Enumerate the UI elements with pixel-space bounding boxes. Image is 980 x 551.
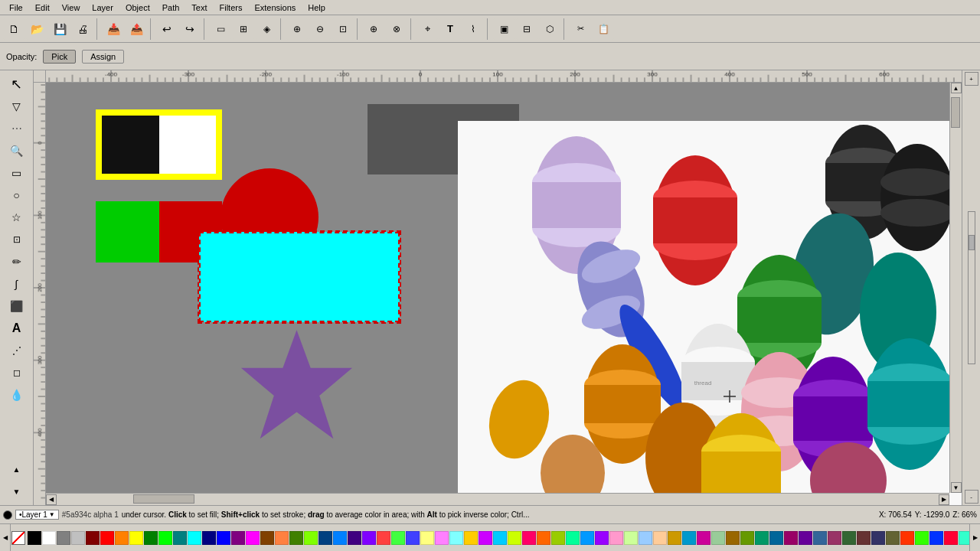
- print-button[interactable]: 🖨: [72, 18, 93, 40]
- palette-color-47[interactable]: [711, 531, 725, 545]
- group-button[interactable]: ▣: [493, 18, 514, 40]
- thread-spools-photo[interactable]: thread: [458, 121, 962, 505]
- right-panel-btn-2[interactable]: -: [965, 490, 978, 504]
- vscroll-up[interactable]: ▲: [951, 83, 962, 93]
- redo-button[interactable]: ↪: [179, 18, 201, 40]
- palette-color-53[interactable]: [799, 531, 812, 545]
- selector-tool[interactable]: ↖: [3, 73, 31, 95]
- menu-filters[interactable]: Filters: [214, 3, 249, 12]
- menu-layer[interactable]: Layer: [86, 3, 119, 12]
- palette-color-45[interactable]: [682, 531, 696, 545]
- hscroll-thumb[interactable]: [133, 494, 194, 504]
- palette-scroll-left[interactable]: ◀: [0, 524, 11, 552]
- palette-color-26[interactable]: [406, 531, 420, 545]
- xml-editor-button[interactable]: ✂: [570, 18, 591, 40]
- menu-path[interactable]: Path: [156, 3, 186, 12]
- palette-color-21[interactable]: [333, 531, 347, 545]
- right-scrollbar[interactable]: [968, 211, 975, 364]
- layer-selector[interactable]: •Layer 1 ▼: [15, 510, 59, 520]
- left-toolbar-scroll-down[interactable]: ▼: [3, 481, 31, 502]
- zoom-fit-button[interactable]: ⊡: [332, 18, 354, 40]
- palette-scroll-right[interactable]: ▶: [969, 524, 980, 552]
- palette-color-41[interactable]: [624, 531, 638, 545]
- vscroll-down[interactable]: ▼: [951, 482, 962, 493]
- palette-color-55[interactable]: [828, 531, 841, 545]
- horizontal-scrollbar[interactable]: ◀ ▶: [46, 493, 949, 505]
- right-panel-btn-1[interactable]: +: [965, 72, 978, 86]
- paste-size-button[interactable]: 📋: [593, 18, 614, 40]
- palette-color-7[interactable]: [129, 531, 143, 545]
- palette-color-50[interactable]: [755, 531, 769, 545]
- hscroll-right[interactable]: ▶: [939, 494, 949, 505]
- palette-color-31[interactable]: [479, 531, 492, 545]
- text-tool[interactable]: A: [3, 318, 31, 339]
- menu-text[interactable]: Text: [185, 3, 213, 12]
- palette-color-37[interactable]: [566, 531, 580, 545]
- star-tool[interactable]: ☆: [3, 207, 31, 228]
- 3dbox-tool[interactable]: ⊡: [3, 229, 31, 250]
- palette-color-5[interactable]: [100, 531, 114, 545]
- palette-color-63[interactable]: [944, 531, 958, 545]
- palette-color-36[interactable]: [551, 531, 565, 545]
- palette-color-46[interactable]: [697, 531, 710, 545]
- bezier-tool[interactable]: ∫: [3, 273, 31, 295]
- eyedropper-tool[interactable]: 💧: [3, 384, 31, 406]
- palette-color-30[interactable]: [464, 531, 478, 545]
- vscroll-thumb[interactable]: [951, 97, 960, 128]
- palette-color-54[interactable]: [813, 531, 827, 545]
- menu-help[interactable]: Help: [302, 3, 332, 12]
- palette-color-10[interactable]: [173, 531, 187, 545]
- palette-color-6[interactable]: [115, 531, 129, 545]
- open-button[interactable]: 📂: [26, 18, 47, 40]
- palette-color-39[interactable]: [595, 531, 609, 545]
- symbols-button[interactable]: ⊟: [516, 18, 537, 40]
- palette-color-0[interactable]: [28, 531, 41, 545]
- ellipse-tool[interactable]: ○: [3, 184, 31, 206]
- palette-color-22[interactable]: [348, 531, 361, 545]
- palette-color-27[interactable]: [420, 531, 434, 545]
- spray-tool[interactable]: ⋰: [3, 340, 31, 361]
- zoom-in-button[interactable]: ⊕: [286, 18, 308, 40]
- snap-nodes-button[interactable]: ⊗: [386, 18, 407, 40]
- palette-color-20[interactable]: [318, 531, 332, 545]
- palette-color-8[interactable]: [144, 531, 158, 545]
- palette-color-57[interactable]: [857, 531, 871, 545]
- palette-color-9[interactable]: [158, 531, 172, 545]
- palette-color-61[interactable]: [915, 531, 929, 545]
- palette-color-14[interactable]: [231, 531, 245, 545]
- palette-color-13[interactable]: [217, 531, 230, 545]
- palette-color-44[interactable]: [668, 531, 681, 545]
- select-rect-button[interactable]: ▭: [210, 18, 231, 40]
- palette-color-60[interactable]: [900, 531, 914, 545]
- fill-bucket-tool[interactable]: ⬛: [3, 295, 31, 317]
- left-toolbar-scroll-up[interactable]: ▲: [3, 458, 31, 480]
- palette-color-58[interactable]: [871, 531, 885, 545]
- vertical-scrollbar[interactable]: ▲ ▼: [949, 83, 962, 493]
- new-button[interactable]: 🗋: [3, 18, 24, 40]
- palette-color-12[interactable]: [202, 531, 216, 545]
- palette-color-62[interactable]: [929, 531, 943, 545]
- palette-color-38[interactable]: [580, 531, 594, 545]
- palette-color-25[interactable]: [391, 531, 405, 545]
- cyan-rectangle[interactable]: [199, 232, 400, 322]
- palette-color-1[interactable]: [42, 531, 56, 545]
- hscroll-left[interactable]: ◀: [46, 494, 57, 505]
- text-bold-button[interactable]: T: [439, 18, 461, 40]
- palette-color-49[interactable]: [740, 531, 754, 545]
- palette-color-59[interactable]: [886, 531, 900, 545]
- canvas-area[interactable]: thread ▲ ▼: [34, 70, 962, 505]
- canvas-white[interactable]: thread ▲ ▼: [46, 83, 962, 505]
- palette-color-29[interactable]: [449, 531, 463, 545]
- palette-color-2[interactable]: [57, 531, 70, 545]
- palette-color-3[interactable]: [71, 531, 85, 545]
- tweak-tool[interactable]: ⋯: [3, 118, 31, 139]
- select-by-nodes-button[interactable]: ⊞: [233, 18, 254, 40]
- palette-color-16[interactable]: [260, 531, 274, 545]
- snap-toggle-button[interactable]: ⊕: [363, 18, 384, 40]
- menu-edit[interactable]: Edit: [29, 3, 56, 12]
- palette-color-18[interactable]: [289, 531, 303, 545]
- menu-extensions[interactable]: Extensions: [248, 3, 302, 12]
- eraser-tool[interactable]: ◻: [3, 362, 31, 383]
- save-button[interactable]: 💾: [49, 18, 70, 40]
- menu-view[interactable]: View: [56, 3, 87, 12]
